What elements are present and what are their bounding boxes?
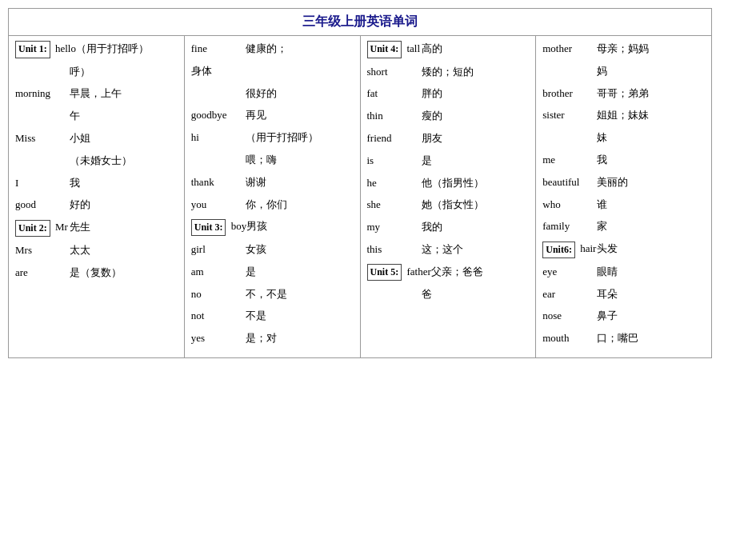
page-container: 三年级上册英语单词 Unit 1: hello （用于打招呼） 呼） (0, 0, 756, 535)
list-item: yes 是；对 (191, 330, 354, 347)
column-3: Unit 4: tall 高的 short 矮的；短的 fat 胖的 thin … (360, 36, 536, 358)
list-item: Unit6: hair 头发 (542, 241, 705, 258)
list-item: this 这；这个 (367, 242, 530, 258)
list-item: he 他（指男性） (367, 175, 530, 192)
list-item: Unit 5: father 父亲；爸爸 (367, 264, 530, 281)
list-item: ear 耳朵 (542, 286, 705, 303)
unit-badge: Unit 4: (367, 41, 402, 58)
list-item: thank 谢谢 (191, 174, 354, 191)
list-item: thin 瘦的 (367, 108, 530, 125)
list-item: she 她（指女性） (367, 197, 530, 214)
list-item: 呼） (15, 64, 178, 81)
list-item: me 我 (542, 152, 705, 169)
list-item: nose 鼻子 (542, 308, 705, 325)
list-item: 身体 (191, 63, 354, 80)
list-item: Unit 2: Mr 先生 (15, 219, 178, 237)
list-item: not 不是 (191, 308, 354, 325)
list-item: is 是 (367, 153, 530, 170)
list-item: good 好的 (15, 197, 178, 214)
list-item: no 不，不是 (191, 286, 354, 303)
list-item: morning 早晨，上午 (15, 86, 178, 102)
list-item: mother 母亲；妈妈 (542, 41, 705, 58)
list-item: are 是（复数） (15, 265, 178, 281)
list-item: 爸 (367, 286, 530, 303)
list-item: 喂；嗨 (191, 152, 354, 169)
unit-badge: Unit 5: (367, 264, 402, 281)
list-item: Miss 小姐 (15, 130, 178, 147)
unit-badge: Unit 3: (191, 219, 226, 236)
list-item: fine 健康的； (191, 41, 354, 58)
unit-badge: Unit 1: (15, 41, 50, 58)
list-item: friend 朋友 (367, 130, 530, 147)
list-item: short 矮的；短的 (367, 64, 530, 81)
vocab-table: 三年级上册英语单词 Unit 1: hello （用于打招呼） 呼） (8, 8, 712, 358)
column-4: mother 母亲；妈妈 妈 brother 哥哥；弟弟 sister 姐姐；妹… (536, 36, 712, 358)
list-item: you 你，你们 (191, 197, 354, 214)
list-item: I 我 (15, 175, 178, 192)
list-item: brother 哥哥；弟弟 (542, 86, 705, 102)
list-item: Unit 1: hello （用于打招呼） (15, 41, 178, 58)
list-item: goodbye 再见 (191, 107, 354, 124)
list-item: mouth 口；嘴巴 (542, 330, 705, 347)
list-item: 妹 (542, 130, 705, 146)
list-item: hi （用于打招呼） (191, 130, 354, 146)
list-item: fat 胖的 (367, 86, 530, 102)
list-item: beautiful 美丽的 (542, 174, 705, 191)
list-item: sister 姐姐；妹妹 (542, 107, 705, 124)
list-item: Unit 3: boy 男孩 (191, 218, 354, 236)
list-item: Unit 4: tall 高的 (367, 41, 530, 58)
unit-badge: Unit6: (542, 242, 575, 258)
content-row: Unit 1: hello （用于打招呼） 呼） morning 早晨，上午 午 (9, 36, 712, 358)
list-item: 午 (15, 108, 178, 125)
list-item: （未婚女士） (15, 153, 178, 170)
list-item: am 是 (191, 264, 354, 281)
list-item: girl 女孩 (191, 242, 354, 258)
column-1: Unit 1: hello （用于打招呼） 呼） morning 早晨，上午 午 (9, 36, 185, 358)
list-item: 妈 (542, 63, 705, 80)
list-item: 很好的 (191, 86, 354, 102)
list-item: Mrs 太太 (15, 242, 178, 259)
column-2: fine 健康的； 身体 很好的 goodbye 再见 (184, 36, 360, 358)
list-item: eye 眼睛 (542, 264, 705, 281)
list-item: who 谁 (542, 197, 705, 214)
page-title: 三年级上册英语单词 (302, 14, 418, 28)
list-item: family 家 (542, 218, 705, 235)
unit-badge: Unit 2: (15, 220, 50, 237)
list-item: my 我的 (367, 219, 530, 236)
